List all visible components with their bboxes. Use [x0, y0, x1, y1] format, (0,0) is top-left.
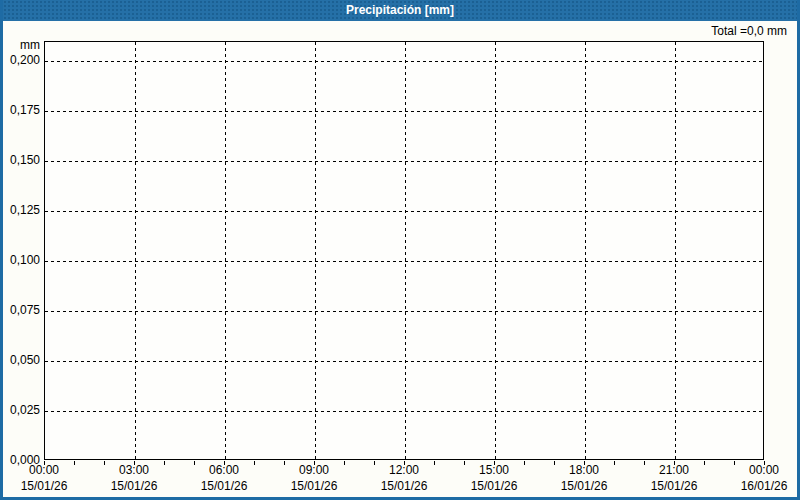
x-tick-date-label: 15/01/26 — [188, 480, 260, 493]
v-gridline — [225, 42, 226, 459]
y-tick-label: 0,125 — [3, 203, 40, 217]
x-axis-minor-tick — [104, 461, 105, 465]
x-tick-date-label: 15/01/26 — [368, 480, 440, 493]
x-axis-minor-tick — [674, 461, 675, 465]
x-axis-minor-tick — [494, 461, 495, 465]
x-axis-minor-tick — [584, 461, 585, 465]
v-gridline — [585, 42, 586, 459]
x-axis-minor-tick — [254, 461, 255, 465]
x-axis-minor-tick — [134, 461, 135, 465]
x-tick-date-label: 15/01/26 — [8, 480, 80, 493]
x-axis-minor-tick — [404, 461, 405, 465]
x-tick-time-label: 00:00 — [8, 464, 80, 477]
h-gridline — [45, 411, 763, 412]
x-axis-minor-tick — [524, 461, 525, 465]
x-axis-minor-tick — [374, 461, 375, 465]
x-tick-date-label: 15/01/26 — [98, 480, 170, 493]
v-gridline — [135, 42, 136, 459]
window-frame: Precipitación [mm] Total =0,0 mm mm 0,20… — [0, 0, 800, 500]
h-gridline — [45, 111, 763, 112]
x-tick-time-label: 03:00 — [98, 464, 170, 477]
h-gridline — [45, 311, 763, 312]
h-gridline — [45, 61, 763, 62]
v-gridline — [315, 42, 316, 459]
x-axis-minor-tick — [224, 461, 225, 465]
x-tick-time-label: 21:00 — [638, 464, 710, 477]
x-tick-date-label: 15/01/26 — [638, 480, 710, 493]
x-axis-minor-tick — [44, 461, 45, 465]
x-tick-time-label: 00:00 — [728, 464, 800, 477]
v-gridline — [675, 42, 676, 459]
y-tick-label: 0,050 — [3, 353, 40, 367]
x-axis-minor-tick — [554, 461, 555, 465]
x-axis-minor-tick — [164, 461, 165, 465]
y-tick-label: 0,075 — [3, 303, 40, 317]
x-tick-date-label: 15/01/26 — [278, 480, 350, 493]
x-axis-minor-tick — [764, 461, 765, 465]
x-axis-minor-tick — [344, 461, 345, 465]
x-tick-date-label: 15/01/26 — [548, 480, 620, 493]
y-axis-unit-label: mm — [3, 38, 40, 52]
x-tick-time-label: 12:00 — [368, 464, 440, 477]
x-tick-time-label: 15:00 — [458, 464, 530, 477]
x-tick-time-label: 18:00 — [548, 464, 620, 477]
x-axis-minor-tick — [734, 461, 735, 465]
h-gridline — [45, 161, 763, 162]
h-gridline — [45, 261, 763, 262]
x-tick-time-label: 06:00 — [188, 464, 260, 477]
x-axis-minor-tick — [614, 461, 615, 465]
v-gridline — [405, 42, 406, 459]
x-axis-minor-tick — [704, 461, 705, 465]
h-gridline — [45, 361, 763, 362]
x-axis-minor-tick — [74, 461, 75, 465]
plot-area — [44, 41, 764, 460]
h-gridline — [45, 211, 763, 212]
y-tick-label: 0,200 — [3, 53, 40, 67]
chart-container: mm 0,2000,1750,1500,1250,1000,0750,0500,… — [3, 0, 797, 497]
x-axis-minor-tick — [464, 461, 465, 465]
x-tick-date-label: 16/01/26 — [728, 480, 800, 493]
y-tick-label: 0,025 — [3, 403, 40, 417]
y-tick-label: 0,100 — [3, 253, 40, 267]
x-tick-date-label: 15/01/26 — [458, 480, 530, 493]
x-axis-minor-tick — [434, 461, 435, 465]
x-axis-minor-tick — [644, 461, 645, 465]
x-axis-minor-tick — [284, 461, 285, 465]
x-axis-minor-tick — [314, 461, 315, 465]
y-tick-label: 0,175 — [3, 103, 40, 117]
y-tick-label: 0,150 — [3, 153, 40, 167]
x-tick-time-label: 09:00 — [278, 464, 350, 477]
x-axis-minor-tick — [194, 461, 195, 465]
v-gridline — [495, 42, 496, 459]
